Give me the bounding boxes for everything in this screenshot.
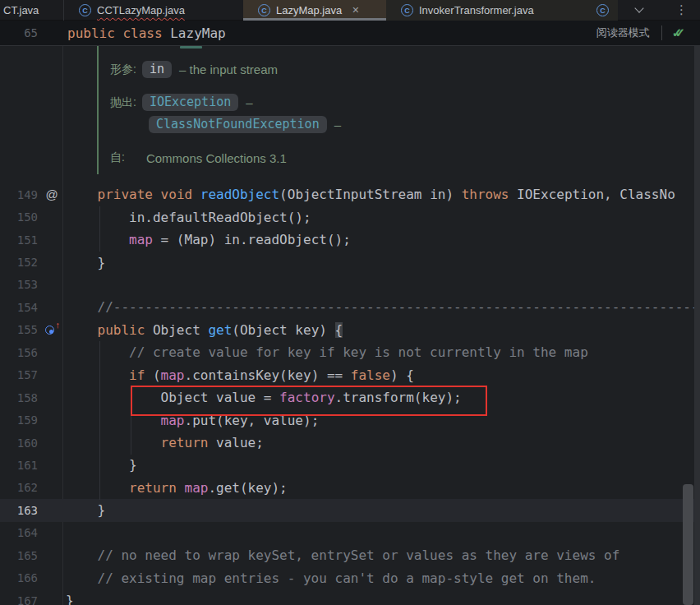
code-line[interactable]: 166 // existing map entries - you can't … bbox=[0, 566, 700, 589]
code-text[interactable]: // existing map entries - you can't do a… bbox=[66, 567, 596, 589]
gutter-slot bbox=[38, 566, 66, 589]
code-line[interactable]: 152 } bbox=[0, 251, 700, 273]
close-tab-icon[interactable]: ✕ bbox=[352, 5, 359, 16]
sticky-line-number: 65 bbox=[0, 26, 38, 39]
code-line[interactable]: 163 } bbox=[0, 499, 700, 521]
code-line[interactable]: 167} bbox=[0, 589, 700, 605]
line-number[interactable]: 151 bbox=[0, 233, 38, 247]
indent-guide bbox=[99, 206, 100, 252]
code-line[interactable]: 153 bbox=[0, 274, 700, 296]
params-label: 形参: bbox=[110, 62, 136, 77]
scrollbar-track[interactable] bbox=[694, 46, 700, 605]
sticky-line-header[interactable]: 65 public class LazyMap 阅读器模式 ✓✓ bbox=[0, 21, 700, 46]
code-text[interactable]: // no need to wrap keySet, entrySet or v… bbox=[66, 544, 619, 566]
code-line[interactable]: 150 in.defaultReadObject(); bbox=[0, 206, 700, 228]
code-text[interactable]: public Object get(Object key) { bbox=[66, 319, 343, 341]
dash: – bbox=[334, 118, 341, 132]
tab-clipped[interactable]: C bbox=[588, 0, 618, 21]
gutter-slot bbox=[38, 229, 66, 251]
gutter-slot bbox=[38, 409, 66, 431]
code-text[interactable]: return value; bbox=[66, 432, 264, 454]
sticky-declaration: public class LazyMap bbox=[67, 25, 226, 41]
gutter-slot bbox=[38, 296, 66, 318]
java-class-icon: C bbox=[79, 4, 91, 16]
javadoc-throws-row-1: 抛出: IOException – bbox=[110, 94, 253, 111]
since-label: 自: bbox=[110, 150, 125, 165]
code-text[interactable]: in.defaultReadObject(); bbox=[66, 206, 311, 229]
code-line[interactable]: 164 bbox=[0, 522, 700, 544]
line-number[interactable]: 157 bbox=[0, 368, 38, 381]
scrollbar-thumb[interactable] bbox=[683, 484, 693, 605]
gutter-slot bbox=[38, 522, 66, 544]
code-text[interactable]: map = (Map) in.readObject(); bbox=[66, 229, 351, 251]
code-line[interactable]: 155↑ public Object get(Object key) { bbox=[0, 319, 700, 341]
gutter-slot bbox=[38, 589, 66, 605]
more-options-icon[interactable]: ⋮ bbox=[675, 2, 688, 17]
line-number[interactable]: 167 bbox=[0, 594, 38, 605]
line-number[interactable]: 154 bbox=[0, 301, 38, 314]
line-number[interactable]: 162 bbox=[0, 481, 38, 494]
code-line[interactable]: 154 //----------------------------------… bbox=[0, 296, 700, 318]
gutter-slot bbox=[38, 454, 66, 476]
gutter-slot bbox=[38, 206, 66, 228]
code-text[interactable]: } bbox=[66, 252, 105, 274]
code-line[interactable]: 160 return value; bbox=[0, 432, 700, 454]
tab-invokertransformer-java[interactable]: C InvokerTransformer.java bbox=[386, 0, 588, 21]
throws-label: 抛出: bbox=[110, 95, 136, 110]
gutter-slot bbox=[38, 341, 66, 363]
line-number[interactable]: 156 bbox=[0, 346, 38, 359]
java-class-icon: C bbox=[401, 4, 413, 16]
code-text[interactable]: private void readObject(ObjectInputStrea… bbox=[66, 183, 675, 206]
overrides-method-icon[interactable]: ↑ bbox=[38, 319, 66, 341]
code-line[interactable]: 165 // no need to wrap keySet, entrySet … bbox=[0, 544, 700, 566]
chevron-down-icon[interactable] bbox=[634, 3, 643, 12]
line-number[interactable]: 159 bbox=[0, 413, 38, 427]
code-line[interactable]: 161 } bbox=[0, 454, 700, 476]
line-number[interactable]: 163 bbox=[0, 504, 38, 517]
throws-chip-ioexception[interactable]: IOException bbox=[142, 94, 238, 111]
code-text[interactable]: } bbox=[66, 454, 137, 476]
code-line[interactable]: 149@ private void readObject(ObjectInput… bbox=[0, 183, 700, 206]
gutter-slot bbox=[38, 364, 66, 386]
keyword-tokens: public class bbox=[67, 25, 170, 41]
throws-chip-classnotfound[interactable]: ClassNotFoundException bbox=[149, 116, 327, 133]
tab-label: CT.java bbox=[3, 4, 39, 16]
line-number[interactable]: 166 bbox=[0, 571, 38, 584]
line-number[interactable]: 150 bbox=[0, 210, 38, 224]
javadoc-left-border bbox=[97, 46, 99, 174]
code-text[interactable]: } bbox=[66, 499, 105, 521]
java-class-icon: C bbox=[596, 4, 609, 16]
gutter-slot bbox=[38, 251, 66, 273]
code-line[interactable]: 156 // create value for key if key is no… bbox=[0, 341, 700, 363]
highlight-rectangle bbox=[131, 386, 487, 416]
reader-mode-toggle[interactable]: 阅读器模式 bbox=[596, 25, 650, 40]
class-name: LazyMap bbox=[170, 25, 225, 41]
code-text[interactable]: // create value for key if key is not cu… bbox=[66, 341, 588, 363]
code-line[interactable]: 162 return map.get(key); bbox=[0, 477, 700, 499]
gutter-slot bbox=[38, 274, 66, 296]
line-number[interactable]: 149 bbox=[0, 188, 38, 201]
param-chip[interactable]: in bbox=[142, 61, 172, 78]
code-text[interactable]: //--------------------------------------… bbox=[66, 296, 700, 318]
inspections-ok-icon[interactable]: ✓✓ bbox=[672, 25, 685, 40]
code-line[interactable]: 157 if (map.containsKey(key) == false) { bbox=[0, 364, 700, 386]
code-text[interactable]: } bbox=[66, 589, 74, 605]
tab-cctlazymap-java[interactable]: C CCTLazyMap.java bbox=[64, 0, 243, 21]
serialization-at-icon[interactable]: @ bbox=[38, 183, 66, 206]
dash: – bbox=[246, 95, 252, 109]
clipped-doc-line bbox=[180, 46, 202, 48]
line-number[interactable]: 158 bbox=[0, 391, 38, 404]
tab-lazymap-java-active[interactable]: C LazyMap.java ✕ bbox=[243, 0, 386, 21]
line-number[interactable]: 165 bbox=[0, 549, 38, 562]
line-number[interactable]: 153 bbox=[0, 278, 38, 291]
code-line[interactable]: 151 map = (Map) in.readObject(); bbox=[0, 229, 700, 251]
code-text[interactable]: if (map.containsKey(key) == false) { bbox=[66, 364, 414, 386]
line-number[interactable]: 160 bbox=[0, 436, 38, 450]
gutter-slot bbox=[38, 386, 66, 409]
line-number[interactable]: 161 bbox=[0, 459, 38, 472]
tab-ct-java[interactable]: CT.java bbox=[0, 0, 64, 21]
line-number[interactable]: 152 bbox=[0, 256, 38, 269]
line-number[interactable]: 164 bbox=[0, 526, 38, 539]
line-number[interactable]: 155 bbox=[0, 323, 38, 336]
tab-label: LazyMap.java bbox=[276, 4, 342, 16]
